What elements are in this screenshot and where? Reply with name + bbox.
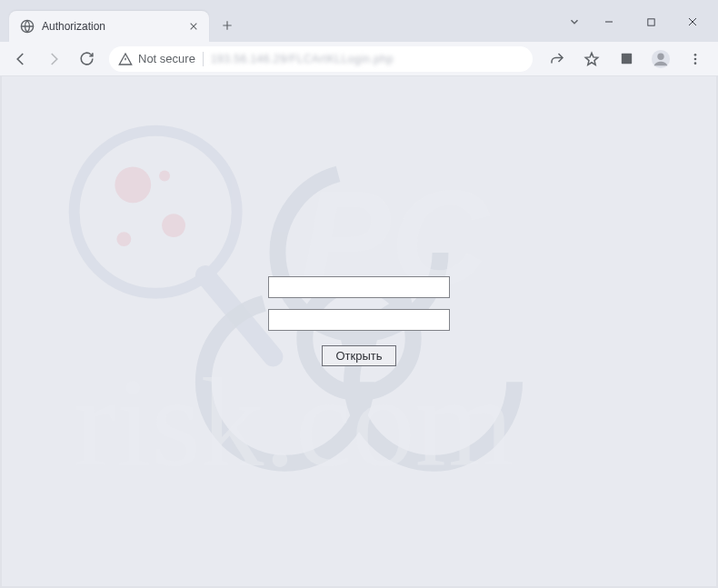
toolbar: Not secure 193.56.146.29/FLCArtKLLogin.p…	[0, 42, 718, 76]
tabs-area: Authorization	[0, 0, 562, 42]
svg-point-6	[694, 57, 697, 60]
submit-button[interactable]: Открыть	[322, 345, 395, 366]
svg-point-7	[694, 62, 697, 65]
svg-point-8	[75, 131, 237, 294]
svg-point-4	[657, 53, 663, 59]
bookmark-button[interactable]	[576, 45, 607, 73]
profile-button[interactable]	[645, 45, 676, 73]
divider	[203, 52, 204, 66]
close-tab-icon[interactable]	[187, 20, 200, 33]
close-window-button[interactable]	[673, 8, 713, 35]
svg-line-9	[205, 275, 274, 357]
svg-point-5	[694, 54, 697, 56]
browser-tab[interactable]: Authorization	[9, 11, 209, 42]
window-controls	[562, 2, 718, 42]
svg-point-13	[159, 170, 170, 181]
share-button[interactable]	[542, 45, 573, 73]
svg-rect-2	[621, 54, 631, 64]
maximize-button[interactable]	[631, 8, 671, 35]
back-button[interactable]	[7, 45, 35, 73]
login-input-2[interactable]	[268, 309, 450, 331]
tab-search-button[interactable]	[562, 15, 587, 28]
forward-button[interactable]	[40, 45, 67, 73]
page-viewport: PC risk.com Открыть	[0, 76, 718, 588]
svg-point-10	[115, 166, 151, 203]
not-secure-label: Not secure	[138, 52, 195, 65]
url-text: 193.56.146.29/FLCArtKLLogin.php	[211, 53, 394, 65]
extensions-button[interactable]	[611, 45, 642, 73]
login-form: Открыть	[268, 276, 450, 366]
menu-button[interactable]	[680, 45, 711, 73]
tab-title: Authorization	[42, 20, 187, 33]
svg-rect-1	[647, 18, 653, 25]
svg-text:risk.com: risk.com	[75, 353, 514, 493]
svg-point-12	[116, 232, 131, 246]
titlebar: Authorization	[0, 0, 718, 42]
reload-button[interactable]	[73, 45, 100, 73]
warning-icon	[118, 52, 133, 66]
security-indicator[interactable]: Not secure	[118, 52, 195, 66]
svg-point-11	[162, 214, 185, 237]
login-input-1[interactable]	[268, 276, 450, 298]
address-bar[interactable]: Not secure 193.56.146.29/FLCArtKLLogin.p…	[109, 46, 533, 72]
new-tab-button[interactable]	[214, 13, 240, 38]
toolbar-right-icons	[542, 45, 711, 73]
browser-window: Authorization	[0, 0, 718, 588]
globe-icon	[20, 19, 35, 34]
minimize-button[interactable]	[589, 8, 629, 35]
